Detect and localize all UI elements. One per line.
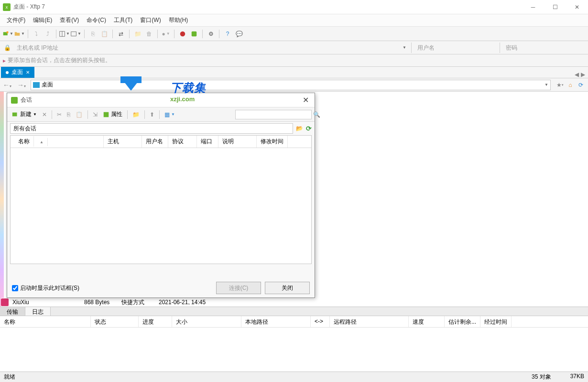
file-type: 快捷方式: [120, 298, 157, 307]
desktop-icon: [33, 82, 40, 88]
col-progress[interactable]: 进度: [139, 316, 172, 327]
star-icon[interactable]: ★▾: [555, 81, 564, 89]
xftp-icon[interactable]: [189, 29, 199, 39]
help-icon[interactable]: ?: [222, 29, 233, 39]
search-input[interactable]: [236, 111, 311, 118]
col-session-desc[interactable]: 说明: [218, 136, 257, 148]
dlg-delete-icon[interactable]: ✕: [40, 109, 49, 120]
tab-log[interactable]: 日志: [25, 307, 51, 316]
menu-tool[interactable]: 工具(T): [110, 15, 136, 26]
forward-button[interactable]: →▾: [14, 81, 29, 89]
copy-icon[interactable]: ⎘: [87, 29, 98, 39]
view-icon[interactable]: ▦▼: [163, 109, 177, 120]
menu-view[interactable]: 查看(V): [56, 15, 83, 26]
menu-window[interactable]: 窗口(W): [136, 15, 164, 26]
col-eta[interactable]: 估计剩余...: [445, 316, 480, 327]
dialog-search: 🔍: [235, 110, 312, 119]
col-elapsed[interactable]: 经过时间: [480, 316, 512, 327]
close-button[interactable]: ✕: [566, 0, 588, 14]
path-box[interactable]: 桌面 ▼: [31, 80, 551, 90]
password-input[interactable]: [504, 42, 584, 53]
xshell-icon[interactable]: [177, 29, 188, 39]
chat-icon[interactable]: 💬: [234, 29, 244, 39]
host-dropdown[interactable]: ▼: [398, 45, 411, 50]
file-row[interactable]: XiuXiu 868 Bytes 快捷方式 2021-06-21, 14:45: [1, 298, 588, 307]
settings-icon[interactable]: ⚙: [206, 29, 216, 39]
session-tabstrip: 桌面 ✕ ◀▶: [0, 67, 588, 78]
username-input[interactable]: [415, 42, 496, 53]
layout-icon[interactable]: ▼: [59, 29, 70, 39]
dialog-titlebar: 会话 ✕: [7, 93, 315, 107]
disconnect-icon[interactable]: ⤴: [43, 29, 53, 39]
props-button[interactable]: 属性: [101, 109, 124, 120]
flag-icon: ▸: [3, 57, 6, 64]
open-folder-icon[interactable]: 📂: [296, 125, 303, 132]
new-session-icon[interactable]: ▼: [3, 29, 13, 39]
panel-icon[interactable]: ▼: [71, 29, 81, 39]
new-button[interactable]: 新建▼: [10, 109, 39, 120]
refresh-icon[interactable]: ⟳: [577, 81, 585, 89]
tab-scroll-left[interactable]: ◀: [575, 71, 579, 78]
folder-icon[interactable]: 📁: [131, 109, 142, 120]
reconnect-icon[interactable]: ⤵: [31, 29, 42, 39]
tab-status-icon: [6, 71, 9, 74]
col-name[interactable]: 名称: [0, 316, 91, 327]
file-size: 868 Bytes: [82, 299, 120, 306]
tab-label: 桌面: [11, 68, 23, 76]
path-dropdown[interactable]: ▼: [544, 83, 548, 87]
dialog-toolbar: 新建▼ ✕ ✂ ⎘ 📋 ⇲ 属性 📁 ⬆ ▦▼ 🔍: [7, 107, 315, 122]
session-path-input[interactable]: [10, 123, 293, 134]
col-session-name[interactable]: 名称▲: [11, 136, 104, 148]
session-dialog: 会话 ✕ 新建▼ ✕ ✂ ⎘ 📋 ⇲ 属性 📁 ⬆ ▦▼ 🔍 📂 ⟳ 名称▲ 主…: [7, 93, 315, 298]
tab-transfer[interactable]: 传输: [0, 307, 25, 316]
main-toolbar: ▼ ▼ ⤵ ⤴ ▼ ▼ ⎘ 📋 ⇄ 📁 🗑 ●▼ ⚙ ? 💬: [0, 27, 588, 41]
col-local[interactable]: 本地路径: [241, 316, 311, 327]
dlg-copy-icon[interactable]: ⎘: [65, 109, 72, 120]
open-session-icon[interactable]: ▼: [14, 29, 25, 39]
show-on-start-checkbox[interactable]: 启动时显示此对话框(S): [12, 284, 79, 292]
minimize-button[interactable]: ─: [522, 0, 544, 14]
menubar: 文件(F) 编辑(E) 查看(V) 命令(C) 工具(T) 窗口(W) 帮助(H…: [0, 14, 588, 27]
refresh-sessions-icon[interactable]: ⟳: [306, 125, 312, 132]
dialog-close-icon[interactable]: ✕: [301, 96, 311, 105]
transfer-icon[interactable]: ⇄: [116, 29, 126, 39]
dialog-title: 会话: [21, 96, 301, 104]
col-speed[interactable]: 速度: [409, 316, 445, 327]
col-session-mtime[interactable]: 修改时间: [257, 136, 288, 148]
dlg-shortcut-icon[interactable]: ⇲: [91, 109, 99, 120]
col-session-user[interactable]: 用户名: [142, 136, 168, 148]
host-input[interactable]: [15, 42, 398, 53]
menu-file[interactable]: 文件(F): [3, 15, 29, 26]
tab-close-icon[interactable]: ✕: [26, 70, 30, 75]
col-remote[interactable]: 远程路径: [330, 316, 409, 327]
maximize-button[interactable]: ☐: [544, 0, 566, 14]
paste-icon[interactable]: 📋: [99, 29, 109, 39]
col-session-port[interactable]: 端口: [197, 136, 218, 148]
up-icon[interactable]: ⬆: [148, 109, 156, 120]
tab-scroll-right[interactable]: ▶: [581, 71, 585, 78]
delete-icon[interactable]: 🗑: [144, 29, 154, 39]
menu-command[interactable]: 命令(C): [83, 15, 110, 26]
menu-help[interactable]: 帮助(H): [165, 15, 192, 26]
search-icon[interactable]: 🔍: [311, 111, 322, 118]
transfer-columns: 名称 状态 进度 大小 本地路径 <-> 远程路径 速度 估计剩余... 经过时…: [0, 316, 588, 328]
connect-button[interactable]: 连接(C): [216, 282, 261, 294]
close-button-dialog[interactable]: 关闭: [265, 282, 310, 294]
new-folder-icon[interactable]: 📁: [132, 29, 143, 39]
col-session-host[interactable]: 主机: [104, 136, 142, 148]
back-button[interactable]: ←▾: [0, 81, 14, 89]
status-objects: 35 对象: [532, 373, 551, 381]
app-icon: x: [3, 3, 11, 11]
dlg-cut-icon[interactable]: ✂: [55, 109, 64, 120]
session-tab[interactable]: 桌面 ✕: [1, 67, 34, 78]
col-status[interactable]: 状态: [91, 316, 139, 327]
col-arrow[interactable]: <->: [311, 316, 330, 327]
svg-rect-6: [192, 31, 197, 36]
dlg-paste-icon[interactable]: 📋: [74, 109, 85, 120]
col-session-proto[interactable]: 协议: [168, 136, 197, 148]
col-size[interactable]: 大小: [172, 316, 241, 327]
stop-icon[interactable]: ●▼: [161, 29, 171, 39]
dialog-bottom: 启动时显示此对话框(S) 连接(C) 关闭: [7, 278, 315, 297]
home-icon[interactable]: ⌂: [566, 81, 575, 89]
menu-edit[interactable]: 编辑(E): [29, 15, 56, 26]
